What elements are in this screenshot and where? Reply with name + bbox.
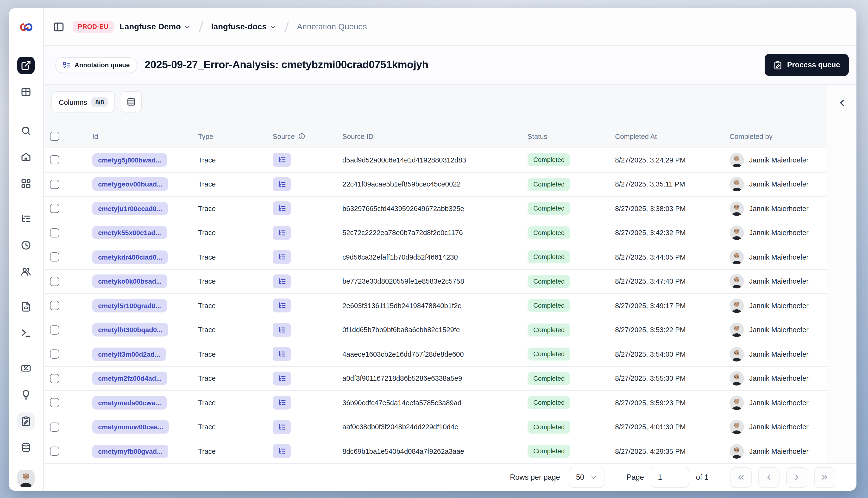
trace-link-icon[interactable] xyxy=(273,420,291,434)
row-id-badge[interactable]: cmetykdr400ciad0... xyxy=(92,250,168,264)
prompts-file-code-icon[interactable] xyxy=(17,298,35,315)
row-id-badge[interactable]: cmetymmuw00cea... xyxy=(92,420,169,434)
status-badge: Completed xyxy=(528,275,571,288)
row-checkbox[interactable] xyxy=(50,422,59,432)
table-toolbar: Columns 8/8 xyxy=(44,84,827,125)
col-source-id[interactable]: Source ID xyxy=(342,132,373,140)
trace-link-icon[interactable] xyxy=(273,444,291,458)
row-checkbox[interactable] xyxy=(50,277,59,286)
row-type: Trace xyxy=(198,423,216,431)
lightbulb-icon[interactable] xyxy=(17,386,35,403)
sidebar-toggle-icon[interactable] xyxy=(51,18,67,35)
row-source-id: 22c41f09acae5b1ef859bcec45ce0022 xyxy=(342,181,461,188)
dashboard-icon[interactable] xyxy=(17,175,35,192)
trace-link-icon[interactable] xyxy=(273,250,291,264)
table-row: cmetymeds00cwa... Trace 36b90cdfc47e5da1… xyxy=(44,391,827,415)
row-checkbox[interactable] xyxy=(50,350,59,359)
table-header-row: Id Type Source Source ID Status Complete… xyxy=(44,125,827,148)
row-height-icon[interactable] xyxy=(121,91,142,113)
trace-link-icon[interactable] xyxy=(273,153,291,167)
row-id-badge[interactable]: cmetyju1r00ccad0... xyxy=(92,202,168,215)
table-row: cmetym2fz00d4ad... Trace a0df3f901167218… xyxy=(44,367,827,391)
page-of-label: of 1 xyxy=(696,473,708,482)
trace-link-icon[interactable] xyxy=(273,371,291,385)
select-all-checkbox[interactable] xyxy=(50,132,59,141)
next-page-icon[interactable] xyxy=(786,467,807,488)
row-id-badge[interactable]: cmetymeds00cwa... xyxy=(92,396,167,409)
chevron-down-icon xyxy=(270,24,277,31)
row-checkbox[interactable] xyxy=(50,204,59,213)
open-external-button[interactable] xyxy=(17,57,35,74)
col-id[interactable]: Id xyxy=(92,132,98,140)
row-type: Trace xyxy=(198,229,216,237)
trace-link-icon[interactable] xyxy=(273,202,291,215)
table-view-icon[interactable] xyxy=(17,83,35,101)
row-avatar xyxy=(729,396,744,410)
users-icon[interactable] xyxy=(17,263,35,280)
row-checkbox[interactable] xyxy=(50,374,59,383)
evaluation-percent-icon[interactable] xyxy=(17,359,35,377)
app-window: PROD-EU Langfuse Demo langfuse-docs Anno… xyxy=(9,8,856,491)
table-row: cmetymmuw00cea... Trace aaf0c38db0f3f204… xyxy=(44,415,827,440)
row-avatar xyxy=(729,274,744,289)
org-switcher[interactable]: Langfuse Demo xyxy=(119,22,191,31)
row-id-badge[interactable]: cmetylt3m00d2ad... xyxy=(92,348,166,361)
row-completed-by: Jannik Maierhoefer xyxy=(749,205,808,212)
annotation-clipboard-icon[interactable] xyxy=(17,412,35,430)
last-page-icon[interactable] xyxy=(814,467,835,488)
first-page-icon[interactable] xyxy=(730,467,752,488)
playground-terminal-icon[interactable] xyxy=(17,325,35,342)
row-checkbox[interactable] xyxy=(50,180,59,189)
row-id-badge[interactable]: cmetym2fz00d4ad... xyxy=(92,372,168,385)
row-checkbox[interactable] xyxy=(50,325,59,335)
row-checkbox[interactable] xyxy=(50,228,59,237)
row-checkbox[interactable] xyxy=(50,398,59,407)
traces-tree-icon[interactable] xyxy=(17,210,35,227)
project-switcher[interactable]: langfuse-docs xyxy=(211,22,277,31)
datasets-database-icon[interactable] xyxy=(17,439,35,456)
row-source-id: a0df3f901167218d86b5286e6338a5e9 xyxy=(342,375,462,382)
process-queue-button[interactable]: Process queue xyxy=(764,54,849,76)
columns-button[interactable]: Columns 8/8 xyxy=(51,91,115,113)
row-completed-at: 8/27/2025, 3:38:03 PM xyxy=(615,205,686,212)
row-id-badge[interactable]: cmetyko0k00bsad... xyxy=(92,275,168,288)
user-avatar[interactable] xyxy=(17,470,35,487)
row-checkbox[interactable] xyxy=(50,253,59,262)
row-completed-by: Jannik Maierhoefer xyxy=(749,447,808,455)
status-badge: Completed xyxy=(528,421,571,434)
sidebar-nav xyxy=(9,108,43,456)
row-id-badge[interactable]: cmetymyfb00gvad... xyxy=(92,445,168,458)
row-checkbox[interactable] xyxy=(50,301,59,310)
col-source[interactable]: Source xyxy=(273,132,295,140)
row-type: Trace xyxy=(198,351,216,358)
row-avatar xyxy=(729,347,744,362)
row-id-badge[interactable]: cmetylht300bqad0... xyxy=(92,323,168,337)
trace-link-icon[interactable] xyxy=(273,178,291,191)
row-id-badge[interactable]: cmetyk55x00c1ad... xyxy=(92,226,167,240)
trace-link-icon[interactable] xyxy=(273,347,291,361)
trace-link-icon[interactable] xyxy=(273,323,291,337)
col-completed-at[interactable]: Completed At xyxy=(615,132,657,140)
trace-link-icon[interactable] xyxy=(273,274,291,288)
page-number-input[interactable] xyxy=(651,467,689,488)
trace-link-icon[interactable] xyxy=(273,299,291,313)
prev-page-icon[interactable] xyxy=(759,467,779,488)
trace-link-icon[interactable] xyxy=(273,396,291,410)
row-id-badge[interactable]: cmetyg5j800bwad... xyxy=(92,153,167,167)
row-completed-at: 8/27/2025, 3:24:29 PM xyxy=(615,156,686,164)
row-id-badge[interactable]: cmetygeov00buad... xyxy=(92,178,168,191)
home-icon[interactable] xyxy=(17,148,35,166)
col-status[interactable]: Status xyxy=(528,132,547,140)
trace-link-icon[interactable] xyxy=(273,226,291,240)
search-icon[interactable] xyxy=(17,122,35,140)
row-checkbox[interactable] xyxy=(50,447,59,456)
breadcrumb-divider xyxy=(285,21,289,32)
rows-per-page-select[interactable]: 50 xyxy=(569,467,605,488)
col-type[interactable]: Type xyxy=(198,132,213,140)
row-checkbox[interactable] xyxy=(50,156,59,165)
row-completed-by: Jannik Maierhoefer xyxy=(749,399,808,407)
row-id-badge[interactable]: cmetyl5r100grad0... xyxy=(92,299,167,313)
col-completed-by[interactable]: Completed by xyxy=(729,132,773,140)
sessions-clock-icon[interactable] xyxy=(17,236,35,254)
collapse-panel-chevron-icon[interactable] xyxy=(834,95,850,110)
